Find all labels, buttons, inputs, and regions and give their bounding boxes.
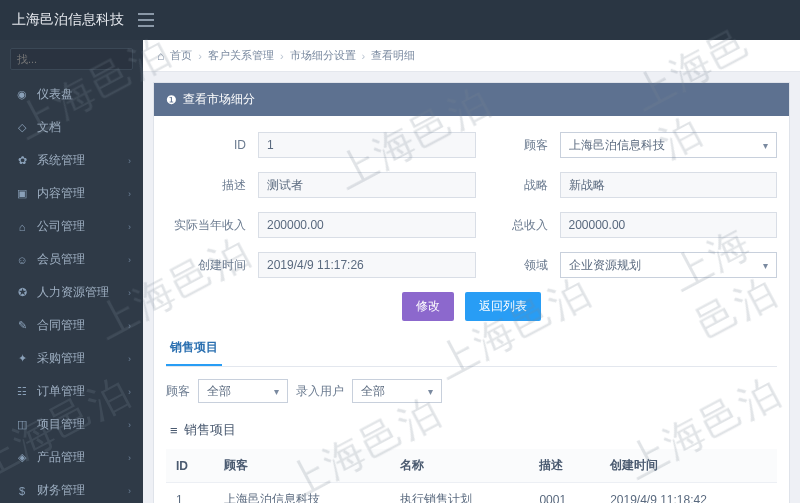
nav-label: 合同管理 — [37, 317, 85, 334]
hamburger-icon[interactable] — [138, 13, 154, 27]
th-name: 名称 — [390, 449, 529, 483]
chevron-right-icon: › — [128, 486, 131, 496]
nav-label: 订单管理 — [37, 383, 85, 400]
back-button[interactable]: 返回列表 — [465, 292, 541, 321]
nav-purchase[interactable]: ✦采购管理› — [0, 342, 143, 375]
cell-id: 1 — [166, 483, 214, 504]
button-row: 修改 返回列表 — [166, 278, 777, 327]
order-icon: ☷ — [15, 385, 29, 399]
info-icon: ❶ — [166, 93, 177, 107]
value-strategy: 新战略 — [560, 172, 778, 198]
hr-icon: ✪ — [15, 286, 29, 300]
th-customer: 顾客 — [214, 449, 390, 483]
nav-dashboard[interactable]: ◉仪表盘 — [0, 78, 143, 111]
nav-finance[interactable]: $财务管理› — [0, 474, 143, 503]
value-desc: 测试者 — [258, 172, 476, 198]
panel-title: 查看市场细分 — [183, 91, 255, 108]
label-domain: 领域 — [488, 257, 548, 274]
table-row[interactable]: 1 上海邑泊信息科技 执行销售计划 0001 2019/4/9 11:18:42 — [166, 483, 777, 504]
crumb-2[interactable]: 市场细分设置 — [290, 48, 356, 63]
content-icon: ▣ — [15, 187, 29, 201]
crumb-3: 查看明细 — [371, 48, 415, 63]
list-icon: ≡ — [170, 423, 178, 438]
select-customer[interactable]: 上海邑泊信息科技 — [560, 132, 778, 158]
filter-user-select[interactable]: 全部 — [352, 379, 442, 403]
list-header: ≡ 销售项目 — [166, 411, 777, 449]
chevron-right-icon: › — [128, 387, 131, 397]
value-id: 1 — [258, 132, 476, 158]
sales-table: ID 顾客 名称 描述 创建时间 1 上海邑泊信息科技 执行销售计划 0001 — [166, 449, 777, 503]
filter-customer-label: 顾客 — [166, 383, 190, 400]
cell-name: 执行销售计划 — [390, 483, 529, 504]
nav-company[interactable]: ⌂公司管理› — [0, 210, 143, 243]
cell-created: 2019/4/9 11:18:42 — [600, 483, 777, 504]
tab-sales-project[interactable]: 销售项目 — [166, 331, 222, 366]
nav-list: ◉仪表盘 ◇文档 ✿系统管理› ▣内容管理› ⌂公司管理› ☺会员管理› ✪人力… — [0, 78, 143, 503]
select-domain[interactable]: 企业资源规划 — [560, 252, 778, 278]
value-actual-income: 200000.00 — [258, 212, 476, 238]
nav-label: 采购管理 — [37, 350, 85, 367]
th-created: 创建时间 — [600, 449, 777, 483]
nav-contract[interactable]: ✎合同管理› — [0, 309, 143, 342]
crumb-home[interactable]: 首页 — [170, 48, 192, 63]
crumb-sep: › — [280, 50, 284, 62]
gear-icon: ✿ — [15, 154, 29, 168]
table-header-row: ID 顾客 名称 描述 创建时间 — [166, 449, 777, 483]
chevron-right-icon: › — [128, 255, 131, 265]
nav-label: 内容管理 — [37, 185, 85, 202]
nav-label: 文档 — [37, 119, 61, 136]
value-created: 2019/4/9 11:17:26 — [258, 252, 476, 278]
home-icon[interactable]: ⌂ — [157, 49, 164, 63]
nav-label: 会员管理 — [37, 251, 85, 268]
nav-label: 人力资源管理 — [37, 284, 109, 301]
nav-product[interactable]: ◈产品管理› — [0, 441, 143, 474]
chevron-right-icon: › — [128, 156, 131, 166]
modify-button[interactable]: 修改 — [402, 292, 454, 321]
crumb-sep: › — [198, 50, 202, 62]
crumb-1[interactable]: 客户关系管理 — [208, 48, 274, 63]
main-content: ⌂ 首页 › 客户关系管理 › 市场细分设置 › 查看明细 ❶ 查看市场细分 I… — [143, 40, 800, 503]
label-customer: 顾客 — [488, 137, 548, 154]
label-strategy: 战略 — [488, 177, 548, 194]
detail-panel: ❶ 查看市场细分 ID 1 顾客 上海邑泊信息科技 描述 测试者 战略 新战略 … — [153, 82, 790, 503]
gauge-icon: ◉ — [15, 88, 29, 102]
chevron-right-icon: › — [128, 189, 131, 199]
sidebar: ◉仪表盘 ◇文档 ✿系统管理› ▣内容管理› ⌂公司管理› ☺会员管理› ✪人力… — [0, 40, 143, 503]
label-id: ID — [166, 138, 246, 152]
nav-docs[interactable]: ◇文档 — [0, 111, 143, 144]
brand-title: 上海邑泊信息科技 — [12, 11, 124, 29]
nav-label: 产品管理 — [37, 449, 85, 466]
nav-order[interactable]: ☷订单管理› — [0, 375, 143, 408]
money-icon: $ — [15, 484, 29, 498]
filter-user-label: 录入用户 — [296, 383, 344, 400]
nav-label: 公司管理 — [37, 218, 85, 235]
crumb-sep: › — [362, 50, 366, 62]
filter-customer-select[interactable]: 全部 — [198, 379, 288, 403]
nav-label: 财务管理 — [37, 482, 85, 499]
chevron-right-icon: › — [128, 222, 131, 232]
search-input[interactable] — [10, 48, 133, 70]
label-desc: 描述 — [166, 177, 246, 194]
label-total-income: 总收入 — [488, 217, 548, 234]
sidebar-search — [0, 40, 143, 78]
nav-member[interactable]: ☺会员管理› — [0, 243, 143, 276]
nav-system[interactable]: ✿系统管理› — [0, 144, 143, 177]
nav-hr[interactable]: ✪人力资源管理› — [0, 276, 143, 309]
tabs: 销售项目 — [166, 331, 777, 367]
cart-icon: ✦ — [15, 352, 29, 366]
nav-content[interactable]: ▣内容管理› — [0, 177, 143, 210]
chevron-right-icon: › — [128, 453, 131, 463]
label-created: 创建时间 — [166, 257, 246, 274]
nav-project[interactable]: ◫项目管理› — [0, 408, 143, 441]
chevron-right-icon: › — [128, 354, 131, 364]
breadcrumb: ⌂ 首页 › 客户关系管理 › 市场细分设置 › 查看明细 — [143, 40, 800, 72]
filter-row: 顾客 全部 录入用户 全部 — [166, 379, 777, 403]
company-icon: ⌂ — [15, 220, 29, 234]
panel-header: ❶ 查看市场细分 — [154, 83, 789, 116]
cell-desc: 0001 — [529, 483, 600, 504]
doc-icon: ◇ — [15, 121, 29, 135]
chevron-right-icon: › — [128, 420, 131, 430]
contract-icon: ✎ — [15, 319, 29, 333]
nav-label: 项目管理 — [37, 416, 85, 433]
cell-customer: 上海邑泊信息科技 — [214, 483, 390, 504]
